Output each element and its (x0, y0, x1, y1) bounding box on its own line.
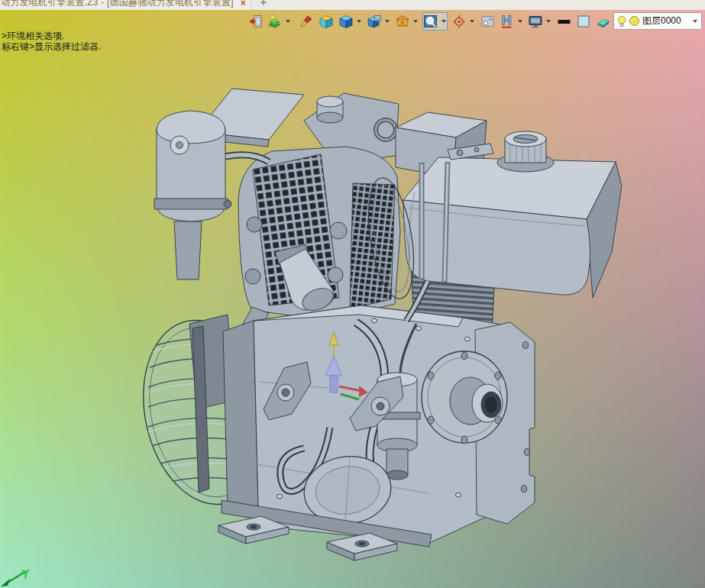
terrain-layers-icon (267, 15, 282, 28)
prompt-line-1: >环境相关选项. (2, 31, 101, 41)
axis-y-label: Y (21, 568, 30, 581)
layer-color-icon[interactable] (629, 16, 639, 26)
dropdown-caret-icon[interactable] (441, 20, 446, 23)
teal-wedge-icon (596, 15, 611, 28)
red-brush-icon (299, 15, 313, 28)
fuel-cap[interactable] (497, 131, 554, 172)
3d-viewport[interactable]: Y (0, 0, 705, 588)
wireframe-display-button[interactable] (395, 13, 419, 30)
dropdown-caret-icon[interactable] (286, 20, 290, 23)
line-width-button[interactable] (556, 13, 571, 30)
blue-cube-icon (338, 15, 354, 29)
door-red-arrow-icon (248, 15, 263, 28)
dropdown-caret-icon[interactable] (518, 20, 522, 23)
cube-window-icon (367, 15, 382, 29)
visual-style-button[interactable] (267, 13, 291, 30)
application-window: Y 动力发电机引擎装置.Z3 - [德国赫驰动力发电机引擎装置] × + >环境… (0, 0, 705, 588)
rotate-view-button[interactable] (451, 13, 475, 30)
document-tab[interactable]: 动力发电机引擎装置.Z3 - [德国赫驰动力发电机引擎装置] × (0, 0, 251, 10)
magnifier-window-icon (423, 15, 438, 29)
dropdown-caret-icon[interactable] (385, 20, 390, 23)
red-target-icon (451, 15, 467, 29)
color-swatch-button[interactable] (576, 13, 591, 30)
document-tab-bar: 动力发电机引擎装置.Z3 - [德国赫驰动力发电机引擎装置] × + (0, 0, 705, 10)
h-underline-icon (500, 15, 514, 29)
isometric-view-button[interactable] (319, 13, 334, 30)
dropdown-caret-icon[interactable] (357, 20, 361, 23)
image-frame-button[interactable] (480, 13, 495, 30)
layer-name: 图层0000 (642, 15, 690, 27)
hatch-attributes-button[interactable] (500, 13, 523, 30)
display-settings-button[interactable] (528, 13, 551, 30)
layer-selector[interactable]: 图层0000 (613, 12, 702, 30)
black-bar-icon (557, 15, 571, 28)
yellow-top-cube-icon (319, 15, 334, 29)
exit-environment-button[interactable] (247, 13, 263, 30)
new-tab-button[interactable]: + (260, 0, 267, 8)
view-toolbar (247, 12, 619, 31)
prompt-line-2: 标右键>显示选择过滤器. (2, 41, 101, 52)
lightbulb-icon[interactable] (617, 15, 626, 27)
orange-polygon-icon (395, 15, 410, 29)
zoom-window-button[interactable] (423, 13, 447, 30)
prompt-messages: >环境相关选项. 标右键>显示选择过滤器. (2, 31, 101, 52)
viewport-display-button[interactable] (367, 13, 390, 30)
dropdown-caret-icon[interactable] (413, 20, 418, 23)
paint-brush-button[interactable] (299, 13, 314, 30)
dropdown-caret-icon[interactable] (470, 20, 474, 23)
frame-icon (480, 15, 495, 28)
tab-close-icon[interactable]: × (241, 0, 246, 8)
blue-square-icon (577, 15, 590, 28)
shroud-mesh-side (350, 183, 395, 309)
document-tab-title: 动力发电机引擎装置.Z3 - [德国赫驰动力发电机引擎装置] (1, 0, 234, 8)
layer-dropdown-caret-icon[interactable] (693, 20, 697, 23)
monitor-icon (528, 15, 543, 29)
shaded-display-button[interactable] (338, 13, 362, 30)
dropdown-caret-icon[interactable] (546, 20, 551, 23)
